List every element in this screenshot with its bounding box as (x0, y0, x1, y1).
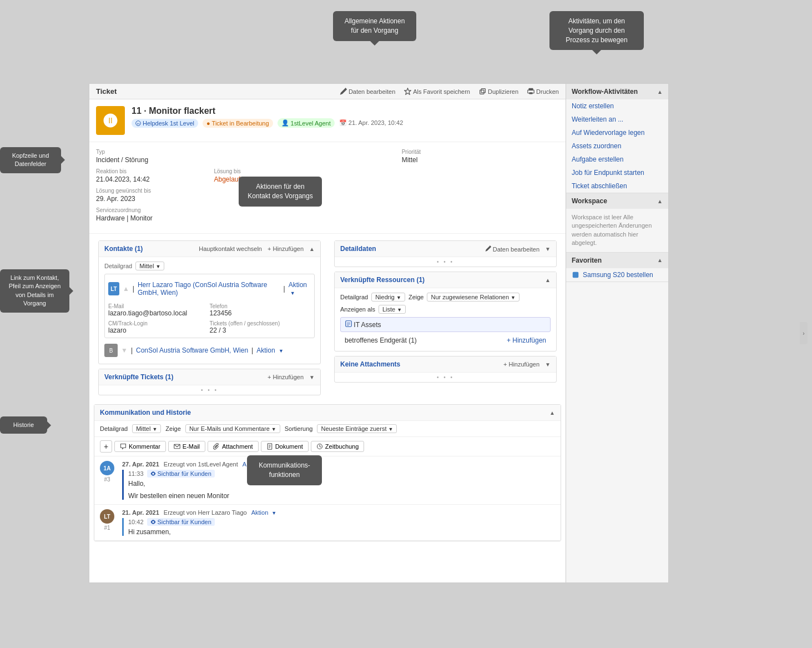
kontakte-panel: Kontakte (1) Hauptkontakt wechseln + Hin… (98, 240, 321, 364)
history-created-1: Erzeugt von 1stLevel Agent (164, 461, 238, 468)
dots-attach: • • • (335, 373, 556, 382)
detaildaten-edit[interactable]: Daten bearbeiten (485, 245, 539, 253)
label-historie: Historie (0, 416, 47, 434)
comm-detailgrad-select[interactable]: Mittel▼ (132, 424, 161, 433)
verknuepfte-tickets-title: Verknüpfte Tickets (1) (104, 373, 174, 381)
data-fields: Typ Incident / Störung Priorität Mittel … (89, 142, 566, 234)
ressourcen-collapse[interactable]: ▲ (545, 277, 551, 283)
workflow-title: Workflow-Aktivitäten (572, 88, 638, 96)
email-value: lazaro.tiago@bartoso.local (108, 309, 210, 317)
sidebar-item-assets[interactable]: Assets zuordnen (566, 139, 668, 153)
company-aktion[interactable]: Aktion ▼ (256, 346, 284, 354)
btn-email[interactable]: E-Mail (168, 441, 205, 452)
comm-filters: Detailgrad Mittel▼ Zeige Nur E-Mails und… (94, 421, 561, 437)
pipe4: | (251, 346, 253, 354)
telefon-label: Telefon (210, 303, 311, 309)
sidebar-item-notiz[interactable]: Notiz erstellen (566, 99, 668, 113)
kontakte-collapse[interactable]: ▲ (309, 246, 315, 252)
history-avatar-1: 1A (100, 461, 114, 475)
detaildaten-collapse[interactable]: ▼ (545, 246, 551, 252)
ressourcen-anzeigen-select[interactable]: Liste▼ (379, 305, 406, 314)
favorite-item-samsung[interactable]: Samsung S20 bestellen (566, 268, 668, 282)
comm-add-btn[interactable]: + (100, 440, 112, 453)
contact-aktion[interactable]: Aktion ▼ (289, 281, 311, 297)
pipe-sep: | (133, 285, 134, 293)
company-name-link[interactable]: ConSol Austria Software GmbH, Wien (136, 346, 248, 354)
ressourcen-detailgrad-label: Detailgrad (340, 294, 368, 300)
resource-item: IT Assets (340, 317, 551, 332)
tooltip-kontakt-aktionen: Aktionen für den Kontakt des Vorgangs (239, 177, 322, 207)
sidebar-item-wiedervorlage[interactable]: Auf Wiedervorlage legen (566, 126, 668, 139)
ticket-info: 11 · Monitor flackert H Helpdesk 1st Lev… (132, 106, 403, 128)
hinzufuegen-tickets[interactable]: + Hinzufügen (268, 374, 304, 380)
ticket-header-bar: Ticket Daten bearbeiten Als Favorit spei… (89, 84, 566, 99)
right-sidebar: Workflow-Aktivitäten ▲ Notiz erstellen W… (566, 83, 669, 583)
edit-action[interactable]: Daten bearbeiten (340, 88, 395, 95)
workflow-items: Notiz erstellen Weiterleiten an ... Auf … (566, 99, 668, 193)
comm-collapse[interactable]: ▲ (549, 410, 555, 416)
pipe2: | (284, 285, 285, 293)
sidebar-item-job[interactable]: Job für Endpunkt starten (566, 166, 668, 179)
resource-sub: betroffenes Endgerät (1) + Hinzufügen (340, 334, 551, 346)
attachments-collapse[interactable]: ▼ (545, 361, 551, 368)
hinzufuegen-attachments[interactable]: + Hinzufügen (503, 361, 539, 368)
favoriten-collapse[interactable]: ▲ (657, 257, 663, 263)
dots-detail: • • • (335, 257, 556, 267)
contact-name-link[interactable]: Herr Lazaro Tiago (ConSol Austria Softwa… (138, 281, 280, 297)
sidebar-item-abschliessen[interactable]: Ticket abschließen (566, 179, 668, 193)
workflow-header[interactable]: Workflow-Aktivitäten ▲ (566, 84, 668, 99)
btn-attachment[interactable]: Attachment (208, 441, 259, 452)
favorite-action[interactable]: Als Favorit speichern (404, 88, 470, 95)
workspace-header[interactable]: Workspace ▲ (566, 193, 668, 209)
favoriten-title: Favoriten (572, 257, 602, 264)
duplicate-action[interactable]: Duplizieren (479, 88, 518, 95)
loesungswunsch-label: Lösung gewünscht bis (96, 188, 550, 194)
svg-rect-5 (529, 92, 533, 94)
contact-avatar: LT (108, 282, 119, 295)
comm-detailgrad-label: Detailgrad (100, 425, 128, 432)
label-kopfzeile: Kopfzeile und Datenfelder (0, 147, 61, 173)
ressourcen-detailgrad-select[interactable]: Niedrig▼ (371, 293, 405, 302)
sidebar-collapse-handle[interactable]: › (800, 322, 808, 344)
ticket-num-1: #3 (104, 476, 110, 483)
print-action[interactable]: Drucken (527, 88, 559, 95)
detaildaten-header[interactable]: Detaildaten Daten bearbeiten ▼ (335, 241, 556, 257)
history-entry-1: 1A #3 27. Apr. 2021 Erzeugt von 1stLevel… (94, 456, 561, 505)
verknuepfte-tickets-header[interactable]: Verknüpfte Tickets (1) + Hinzufügen ▼ (99, 369, 320, 385)
ressourcen-zeige-select[interactable]: Nur zugewiesene Relationen▼ (427, 293, 520, 302)
sidebar-item-weiterleiten[interactable]: Weiterleiten an ... (566, 113, 668, 126)
hauptkontakt-action[interactable]: Hauptkontakt wechseln (199, 245, 262, 252)
typ-value: Incident / Störung (96, 156, 393, 164)
comm-sortierung-select[interactable]: Neueste Einträge zuerst▼ (317, 424, 397, 433)
comm-zeige-select[interactable]: Nur E-Mails und Kommentare▼ (185, 424, 280, 433)
ticket-num-2: #1 (104, 525, 110, 531)
sidebar-item-aufgabe[interactable]: Aufgabe erstellen (566, 153, 668, 166)
tickets-collapse[interactable]: ▼ (309, 374, 315, 380)
badge-date: 📅 21. Apr. 2023, 10:42 (339, 119, 404, 127)
header-actions: Daten bearbeiten Als Favorit speichern D… (340, 88, 559, 95)
workflow-collapse[interactable]: ▲ (657, 89, 663, 95)
reaktion-label: Reaktion bis (96, 168, 205, 174)
kontakte-header[interactable]: Kontakte (1) Hauptkontakt wechseln + Hin… (99, 241, 320, 257)
btn-kommentar[interactable]: Kommentar (114, 441, 166, 452)
hinzufuegen-kontakt[interactable]: + Hinzufügen (268, 245, 304, 252)
ticket-heading: 11 · Monitor flackert (132, 106, 403, 116)
history-aktion-2[interactable]: Aktion ▼ (251, 509, 277, 516)
workspace-collapse[interactable]: ▲ (657, 198, 663, 204)
attachments-header[interactable]: Keine Attachments + Hinzufügen ▼ (335, 356, 556, 373)
email-label: E-Mail (108, 303, 210, 309)
workflow-section: Workflow-Aktivitäten ▲ Notiz erstellen W… (566, 84, 668, 193)
history-text1-1: Hallo, (128, 480, 555, 488)
history-visible-2: Sichtbar für Kunden (147, 518, 215, 526)
tickets-label: Tickets (offen / geschlossen) (210, 320, 311, 326)
ressourcen-zeige-label: Zeige (408, 294, 424, 300)
ressourcen-header[interactable]: Verknüpfte Ressourcen (1) ▲ (335, 272, 556, 288)
tooltip-aktivitaeten: Aktivitäten, um den Vorgang durch den Pr… (549, 11, 644, 50)
favoriten-header[interactable]: Favoriten ▲ (566, 253, 668, 268)
ressourcen-hinzufuegen[interactable]: + Hinzufügen (507, 336, 546, 344)
btn-dokument[interactable]: Dokument (261, 441, 309, 452)
svg-rect-1 (480, 90, 484, 94)
detailgrad-kontakt-select[interactable]: Mittel▼ (135, 262, 164, 270)
btn-zeitbuchung[interactable]: Zeitbuchung (311, 441, 365, 452)
loesungswunsch-value: 29. Apr. 2023 (96, 195, 550, 203)
